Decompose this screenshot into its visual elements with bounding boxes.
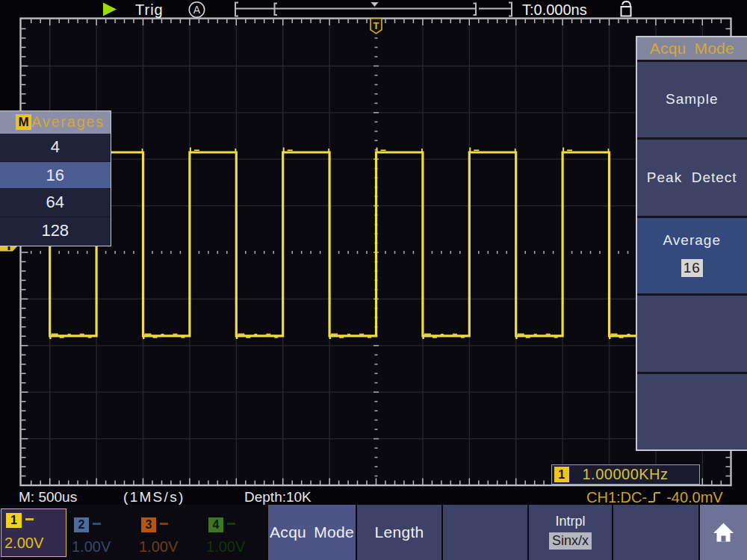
svg-text:T: T [374, 20, 379, 31]
svg-text:A: A [193, 4, 201, 16]
